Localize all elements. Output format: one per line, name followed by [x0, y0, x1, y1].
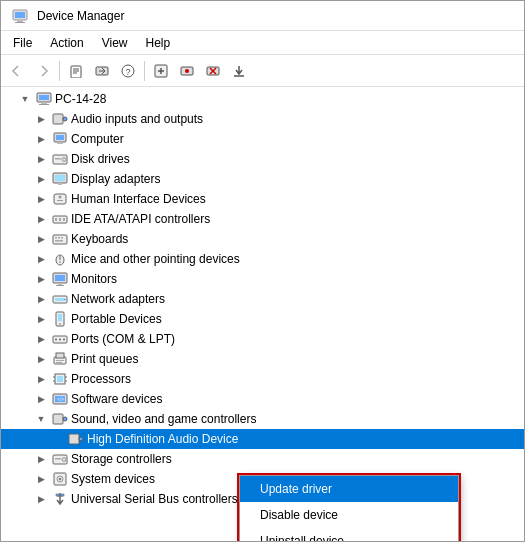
sound-expand[interactable]: ▼ — [33, 411, 49, 427]
svg-rect-75 — [53, 414, 63, 424]
back-button[interactable] — [5, 59, 29, 83]
context-uninstall-device[interactable]: Uninstall device — [240, 528, 458, 541]
mice-expand[interactable]: ▶ — [33, 251, 49, 267]
tree-mice[interactable]: ▶ Mice and other pointing devices — [1, 249, 524, 269]
hid-icon — [52, 191, 68, 207]
tree-print[interactable]: ▶ Print queues — [1, 349, 524, 369]
update-driver-button[interactable] — [90, 59, 114, 83]
tree-software[interactable]: ▶ </> Software devices — [1, 389, 524, 409]
processors-expand[interactable]: ▶ — [33, 371, 49, 387]
svg-point-84 — [59, 478, 61, 480]
svg-rect-64 — [56, 360, 64, 361]
svg-point-78 — [79, 437, 83, 441]
sound-label: Sound, video and game controllers — [71, 412, 256, 426]
tree-ports[interactable]: ▶ Ports (COM & LPT) — [1, 329, 524, 349]
tree-audio[interactable]: ▶ Audio inputs and outputs — [1, 109, 524, 129]
toolbar-sep-2 — [144, 61, 145, 81]
forward-button[interactable] — [31, 59, 55, 83]
hid-label: Human Interface Devices — [71, 192, 206, 206]
keyboards-expand[interactable]: ▶ — [33, 231, 49, 247]
system-icon — [52, 471, 68, 487]
toolbar-sep-1 — [59, 61, 60, 81]
usb-expand[interactable]: ▶ — [33, 491, 49, 507]
svg-point-13 — [185, 69, 189, 73]
system-expand[interactable]: ▶ — [33, 471, 49, 487]
svg-rect-39 — [63, 218, 65, 221]
ports-expand[interactable]: ▶ — [33, 331, 49, 347]
svg-rect-1 — [15, 12, 25, 18]
system-label: System devices — [71, 472, 155, 486]
portable-expand[interactable]: ▶ — [33, 311, 49, 327]
tree-processors[interactable]: ▶ Processors — [1, 369, 524, 389]
tree-root[interactable]: ▼ PC-14-28 — [1, 89, 524, 109]
keyboards-label: Keyboards — [71, 232, 128, 246]
svg-rect-4 — [71, 66, 81, 78]
window-title: Device Manager — [37, 9, 124, 23]
network-icon — [52, 291, 68, 307]
portable-label: Portable Devices — [71, 312, 162, 326]
svg-rect-40 — [53, 235, 67, 244]
svg-rect-50 — [58, 283, 62, 285]
ports-icon — [52, 331, 68, 347]
root-expand[interactable]: ▼ — [17, 91, 33, 107]
svg-point-28 — [62, 158, 66, 162]
svg-rect-54 — [64, 299, 66, 300]
context-update-driver[interactable]: Update driver — [240, 476, 458, 502]
svg-rect-81 — [55, 458, 61, 460]
svg-rect-49 — [55, 275, 65, 281]
svg-rect-19 — [39, 95, 49, 100]
menu-action[interactable]: Action — [42, 34, 91, 52]
tree-hd-audio[interactable]: ▶ High Definition Audio Device — [1, 429, 524, 449]
tree-storage[interactable]: ▶ Storage controllers — [1, 449, 524, 469]
menu-bar: File Action View Help — [1, 31, 524, 55]
tree-network[interactable]: ▶ Network adapters — [1, 289, 524, 309]
svg-rect-32 — [58, 183, 62, 185]
disable-button[interactable] — [175, 59, 199, 83]
context-disable-device[interactable]: Disable device — [240, 502, 458, 528]
help-button[interactable]: ? — [116, 59, 140, 83]
svg-rect-21 — [39, 104, 49, 105]
disk-expand[interactable]: ▶ — [33, 151, 49, 167]
svg-point-59 — [55, 339, 57, 341]
sound-icon — [52, 411, 68, 427]
software-expand[interactable]: ▶ — [33, 391, 49, 407]
svg-rect-53 — [55, 298, 65, 301]
tree-sound[interactable]: ▼ Sound, video and game controllers — [1, 409, 524, 429]
properties-button[interactable] — [64, 59, 88, 83]
display-icon — [52, 171, 68, 187]
print-icon — [52, 351, 68, 367]
download-button[interactable] — [227, 59, 251, 83]
svg-rect-31 — [55, 175, 65, 181]
tree-display[interactable]: ▶ Display adapters — [1, 169, 524, 189]
tree-monitors[interactable]: ▶ Monitors — [1, 269, 524, 289]
computer-expand[interactable]: ▶ — [33, 131, 49, 147]
menu-file[interactable]: File — [5, 34, 40, 52]
svg-rect-67 — [57, 376, 63, 382]
storage-expand[interactable]: ▶ — [33, 451, 49, 467]
root-label: PC-14-28 — [55, 92, 106, 106]
tree-keyboards[interactable]: ▶ Keyboards — [1, 229, 524, 249]
tree-disk[interactable]: ▶ Disk drives — [1, 149, 524, 169]
menu-view[interactable]: View — [94, 34, 136, 52]
tree-computer[interactable]: ▶ Computer — [1, 129, 524, 149]
svg-text:</>: </> — [57, 396, 64, 402]
audio-expand[interactable]: ▶ — [33, 111, 49, 127]
menu-help[interactable]: Help — [138, 34, 179, 52]
network-expand[interactable]: ▶ — [33, 291, 49, 307]
display-expand[interactable]: ▶ — [33, 171, 49, 187]
audio-icon — [52, 111, 68, 127]
hd-audio-icon — [68, 431, 84, 447]
svg-rect-77 — [69, 434, 79, 444]
hid-expand[interactable]: ▶ — [33, 191, 49, 207]
monitors-expand[interactable]: ▶ — [33, 271, 49, 287]
tree-portable[interactable]: ▶ Portable Devices — [1, 309, 524, 329]
scan-button[interactable] — [149, 59, 173, 83]
uninstall-button[interactable] — [201, 59, 225, 83]
content-area: ▼ PC-14-28 ▶ — [1, 87, 524, 541]
tree-ide[interactable]: ▶ IDE ATA/ATAPI controllers — [1, 209, 524, 229]
svg-point-57 — [59, 323, 61, 325]
tree-hid[interactable]: ▶ Human Interface Devices — [1, 189, 524, 209]
mice-label: Mice and other pointing devices — [71, 252, 240, 266]
print-expand[interactable]: ▶ — [33, 351, 49, 367]
ide-expand[interactable]: ▶ — [33, 211, 49, 227]
